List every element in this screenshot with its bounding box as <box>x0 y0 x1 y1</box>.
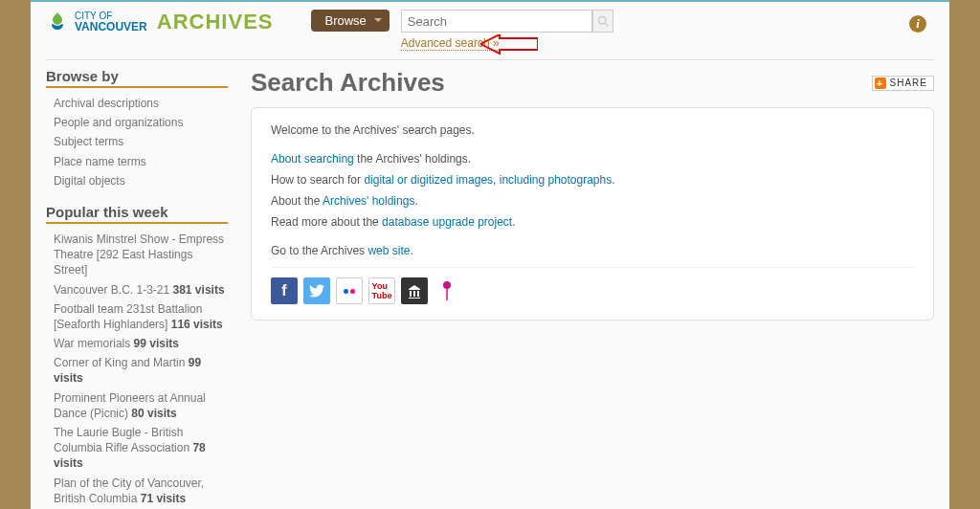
content-panel: Welcome to the Archives' search pages. A… <box>251 107 934 321</box>
sidebar: Browse by Archival descriptionsPeople an… <box>46 68 228 509</box>
popular-item[interactable]: Prominent Pioneers at Annual Dance (Picn… <box>46 388 228 423</box>
building-icon[interactable] <box>401 277 428 304</box>
page-title: Search Archives <box>251 68 445 98</box>
website-link[interactable]: web site <box>368 244 410 257</box>
share-label: SHARE <box>890 77 927 88</box>
search-icon <box>597 15 609 27</box>
twitter-icon[interactable] <box>303 277 330 304</box>
browse-by-list: Archival descriptionsPeople and organiza… <box>46 94 228 190</box>
popular-list: Kiwanis Minstrel Show - Empress Theatre … <box>46 230 228 509</box>
pin-icon[interactable] <box>434 277 460 304</box>
flickr-icon[interactable] <box>336 277 363 304</box>
plus-icon: + <box>875 77 886 89</box>
main: Search Archives + SHARE Welcome to the A… <box>251 68 934 509</box>
logo-archives: ARCHIVES <box>157 10 274 34</box>
popular-item[interactable]: War memorials 99 visits <box>46 334 228 353</box>
browse-by-heading: Browse by <box>46 68 228 88</box>
info-icon[interactable]: i <box>909 15 926 33</box>
social-row: f YouTube <box>271 277 914 304</box>
sidebar-item[interactable]: Subject terms <box>46 132 228 151</box>
popular-item[interactable]: Kiwanis Minstrel Show - Empress Theatre … <box>46 230 228 280</box>
popular-item[interactable]: Football team 231st Battalion [Seaforth … <box>46 299 228 334</box>
annotation-arrow <box>480 34 538 57</box>
search-button[interactable] <box>592 10 613 33</box>
header: CITY OF VANCOUVER ARCHIVES Browse Advanc… <box>31 2 949 52</box>
database-project-link[interactable]: database upgrade project <box>382 215 512 229</box>
digital-images-link[interactable]: digital or digitized images, including p… <box>364 173 612 187</box>
svg-point-2 <box>443 281 451 289</box>
logo[interactable]: CITY OF VANCOUVER ARCHIVES <box>46 10 273 34</box>
welcome-text: Welcome to the Archives' search pages. <box>271 123 914 137</box>
about-searching-link[interactable]: About searching <box>271 152 354 166</box>
holdings-link[interactable]: Archives' holdings <box>323 194 414 208</box>
share-button[interactable]: + SHARE <box>872 76 934 91</box>
popular-heading: Popular this week <box>46 204 228 224</box>
facebook-icon[interactable]: f <box>271 277 298 304</box>
svg-line-1 <box>605 23 608 26</box>
svg-point-0 <box>598 17 606 25</box>
sidebar-item[interactable]: People and organizations <box>46 113 228 132</box>
popular-item[interactable]: The Laurie Bugle - British Columbia Rifl… <box>46 423 228 474</box>
leaf-icon <box>46 11 69 33</box>
search-input[interactable] <box>401 10 592 33</box>
sidebar-item[interactable]: Archival descriptions <box>46 94 228 113</box>
popular-item[interactable]: Plan of the City of Vancouver, British C… <box>46 474 228 508</box>
sidebar-item[interactable]: Digital objects <box>46 171 228 190</box>
popular-item[interactable]: Vancouver B.C. 1-3-21 381 visits <box>46 280 228 299</box>
popular-item[interactable]: Corner of King and Martin 99 visits <box>46 353 228 387</box>
youtube-icon[interactable]: YouTube <box>368 277 395 304</box>
sidebar-item[interactable]: Place name terms <box>46 152 228 171</box>
browse-button[interactable]: Browse <box>311 10 389 32</box>
logo-vancouver: VANCOUVER <box>75 21 147 33</box>
